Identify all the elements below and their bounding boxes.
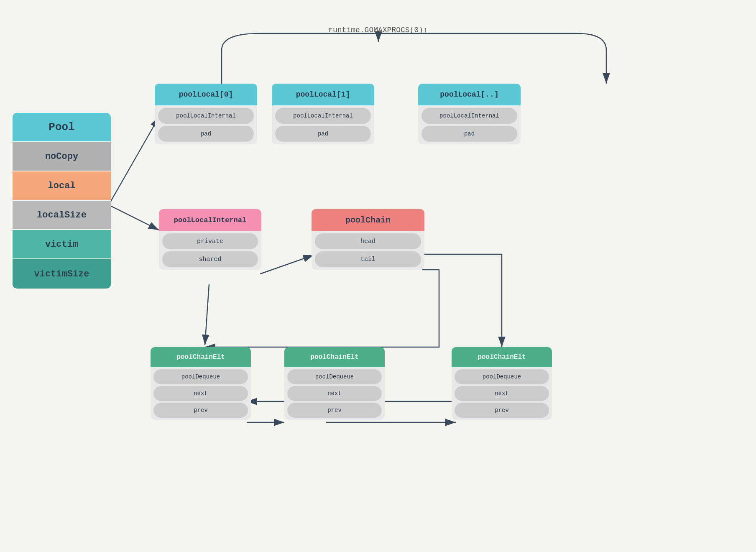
poolChainElt-1-header: poolChainElt — [284, 347, 385, 367]
poollocal-0-header: poolLocal[0] — [155, 84, 257, 105]
poollocal-dots: poolLocal[..] poolLocalInternal pad — [418, 84, 521, 144]
svg-line-5 — [260, 255, 314, 274]
pool-field-victimsize: victimSize — [13, 259, 111, 289]
poollocal-0: poolLocal[0] poolLocalInternal pad — [155, 84, 257, 144]
poolLocalInternal-struct: poolLocalInternal private shared — [159, 209, 261, 270]
pool-field-local: local — [13, 171, 111, 201]
poolChainElt-0: poolChainElt poolDequeue next prev — [151, 347, 251, 420]
svg-line-6 — [205, 284, 209, 345]
pool-field-nocopy: noCopy — [13, 142, 111, 171]
poollocal-dots-internal: poolLocalInternal — [421, 108, 517, 124]
poollocal-1-pad: pad — [275, 126, 371, 142]
poolChainElt-1-prev: prev — [287, 403, 382, 418]
poolChainElt-1-dequeue: poolDequeue — [287, 369, 382, 384]
poollocal-dots-header: poolLocal[..] — [418, 84, 521, 105]
top-label: runtime.GOMAXPROCS(0)↑ — [328, 26, 428, 34]
poollocal-dots-pad: pad — [421, 126, 517, 142]
diagram-container: runtime.GOMAXPROCS(0)↑ — [0, 0, 756, 552]
poolChainElt-2-header: poolChainElt — [452, 347, 552, 367]
pool-field-pool: Pool — [13, 113, 111, 142]
poolChainElt-1-next: next — [287, 386, 382, 401]
poolChain-struct: poolChain head tail — [312, 209, 424, 270]
svg-line-4 — [109, 205, 159, 230]
svg-line-3 — [109, 117, 159, 205]
pool-field-victim: victim — [13, 230, 111, 259]
pool-struct: Pool noCopy local localSize victim victi… — [13, 113, 111, 289]
poollocal-1-header: poolLocal[1] — [272, 84, 374, 105]
poolChainElt-0-next: next — [153, 386, 248, 401]
poolChain-tail: tail — [315, 251, 421, 267]
poolChain-head: head — [315, 233, 421, 249]
poolChainElt-2-prev: prev — [455, 403, 549, 418]
poolChainElt-2-dequeue: poolDequeue — [455, 369, 549, 384]
pool-field-localsize: localSize — [13, 201, 111, 230]
poolChainElt-2-next: next — [455, 386, 549, 401]
poolLocalInternal-shared: shared — [162, 251, 258, 267]
poolChain-header: poolChain — [312, 209, 424, 231]
poollocal-1-internal: poolLocalInternal — [275, 108, 371, 124]
poolChainElt-0-dequeue: poolDequeue — [153, 369, 248, 384]
arrows-svg — [0, 0, 756, 552]
poolChainElt-1: poolChainElt poolDequeue next prev — [284, 347, 385, 420]
poolChainElt-2: poolChainElt poolDequeue next prev — [452, 347, 552, 420]
poolChainElt-0-prev: prev — [153, 403, 248, 418]
poolChainElt-0-header: poolChainElt — [151, 347, 251, 367]
poollocal-0-internal: poolLocalInternal — [158, 108, 254, 124]
poollocal-1: poolLocal[1] poolLocalInternal pad — [272, 84, 374, 144]
poolLocalInternal-header: poolLocalInternal — [159, 209, 261, 231]
poolLocalInternal-private: private — [162, 233, 258, 249]
poollocal-0-pad: pad — [158, 126, 254, 142]
